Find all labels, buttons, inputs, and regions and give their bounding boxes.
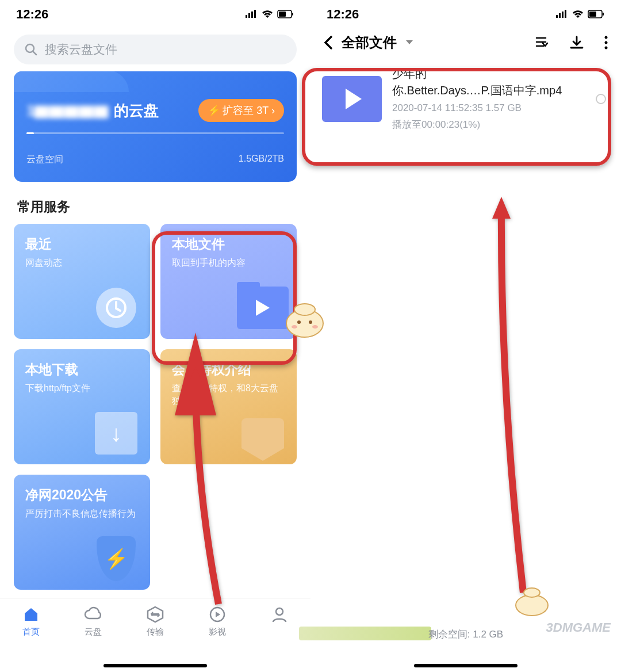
screen-home: 12:26 搜索云盘文件 1▇▇▇▇▇ 的云盘 ⚡扩容至 3T › 云盘空间 1… (0, 0, 310, 672)
file-name-line2: 你.Better.Days.…P.国语中字.mp4 (392, 82, 585, 99)
card-vip[interactable]: 会员特权介绍 查看会员特权，和8大云盘独特权 (160, 349, 297, 464)
svg-rect-1 (279, 12, 286, 17)
card-title: 最近 (25, 235, 139, 253)
status-bar: 12:26 (0, 0, 310, 29)
svg-point-8 (276, 608, 283, 615)
cartoon-character (282, 299, 328, 339)
card-sub: 网盘动态 (25, 257, 139, 269)
nav-video[interactable]: 影视 (208, 605, 227, 637)
nav-label: 传输 (147, 627, 164, 637)
cloud-title: 1▇▇▇▇▇ 的云盘 (26, 101, 159, 121)
battery-icon (277, 10, 294, 19)
search-input[interactable]: 搜索云盘文件 (14, 35, 297, 64)
status-bar: 12:26 (310, 0, 621, 29)
card-sub: 查看会员特权，和8大云盘独特权 (172, 382, 285, 408)
bottom-nav: 首页 云盘 传输 影视 (0, 598, 310, 672)
cartoon-character-2 (512, 585, 552, 617)
card-local-download[interactable]: 本地下载 下载http/ftp文件 ↓ (14, 349, 150, 464)
transfer-icon (145, 605, 165, 624)
signal-icon (555, 10, 568, 19)
cloud-icon (83, 605, 103, 624)
svg-rect-10 (589, 12, 596, 17)
nav-label: 云盘 (85, 627, 102, 637)
select-radio[interactable] (596, 94, 606, 104)
profile-icon (270, 605, 289, 624)
services-title: 常用服务 (17, 198, 293, 216)
home-indicator (103, 664, 207, 667)
card-title: 本地文件 (172, 235, 285, 253)
folder-play-icon (237, 287, 289, 329)
watermark: 3DMGAME (546, 620, 611, 635)
download-icon: ↓ (95, 412, 137, 455)
expand-button[interactable]: ⚡扩容至 3T › (198, 99, 284, 122)
sort-icon[interactable] (535, 35, 550, 50)
storage-progress (26, 132, 284, 134)
download-icon[interactable] (569, 35, 584, 50)
signal-icon (245, 10, 258, 19)
svg-point-16 (294, 304, 315, 315)
nav-profile[interactable] (270, 605, 289, 627)
nav-transfer[interactable]: 传输 (145, 605, 165, 637)
play-icon (346, 89, 362, 109)
svg-point-14 (605, 47, 608, 49)
card-title: 会员特权介绍 (172, 361, 285, 379)
svg-rect-2 (292, 13, 293, 16)
wifi-icon (261, 10, 274, 19)
card-sub: 严厉打击不良信息传播行为 (25, 507, 139, 520)
screen-files: 12:26 全部文件 少年的 你.Better.Da (310, 0, 621, 672)
nav-cloud[interactable]: 云盘 (83, 605, 103, 637)
card-local-files[interactable]: 本地文件 取回到手机的内容 (160, 224, 297, 339)
svg-point-20 (312, 325, 318, 329)
card-sub: 取回到手机的内容 (172, 257, 285, 269)
nav-label: 影视 (209, 627, 226, 637)
file-item[interactable]: 少年的 你.Better.Days.…P.国语中字.mp4 2020-07-14… (310, 60, 621, 138)
cloud-banner[interactable]: 1▇▇▇▇▇ 的云盘 ⚡扩容至 3T › 云盘空间 1.5GB/2TB (14, 71, 297, 182)
svg-point-18 (309, 320, 312, 324)
usage-label: 云盘空间 (26, 154, 63, 166)
svg-point-17 (297, 320, 301, 324)
card-recent[interactable]: 最近 网盘动态 (14, 224, 150, 339)
card-title: 本地下载 (25, 361, 139, 379)
battery-icon (588, 10, 605, 19)
search-icon (24, 43, 38, 56)
card-sub: 下载http/ftp文件 (25, 382, 139, 395)
dropdown-icon[interactable] (405, 39, 414, 46)
file-name-line1: 少年的 (392, 66, 585, 82)
wifi-icon (572, 10, 584, 19)
clock-icon (96, 288, 136, 328)
video-icon (208, 605, 227, 624)
more-icon[interactable] (604, 35, 608, 50)
search-placeholder: 搜索云盘文件 (45, 41, 117, 58)
svg-point-13 (605, 41, 608, 44)
card-title: 净网2020公告 (25, 486, 139, 504)
status-time: 12:26 (16, 7, 48, 22)
home-icon (21, 605, 41, 624)
svg-point-22 (524, 588, 540, 597)
svg-rect-11 (603, 13, 604, 16)
nav-home[interactable]: 首页 (21, 605, 41, 637)
svg-point-21 (516, 595, 548, 616)
status-icons (245, 10, 294, 19)
back-icon[interactable] (323, 35, 334, 51)
svg-point-19 (292, 325, 297, 329)
usage-value: 1.5GB/2TB (239, 154, 284, 166)
card-notice[interactable]: 净网2020公告 严厉打击不良信息传播行为 ⚡ (14, 475, 150, 590)
status-icons (555, 10, 605, 19)
file-progress: 播放至00:00:23(1%) (392, 118, 585, 132)
video-thumbnail (322, 76, 382, 122)
home-indicator (414, 664, 518, 667)
nav-label: 首页 (22, 627, 40, 637)
file-meta-line: 2020-07-14 11:52:35 1.57 GB (392, 101, 585, 116)
svg-point-12 (605, 36, 608, 39)
header-title[interactable]: 全部文件 (342, 33, 397, 52)
diamond-icon (241, 418, 284, 448)
svg-line-4 (33, 51, 36, 55)
shield-icon: ⚡ (97, 536, 136, 581)
status-time: 12:26 (327, 7, 359, 22)
